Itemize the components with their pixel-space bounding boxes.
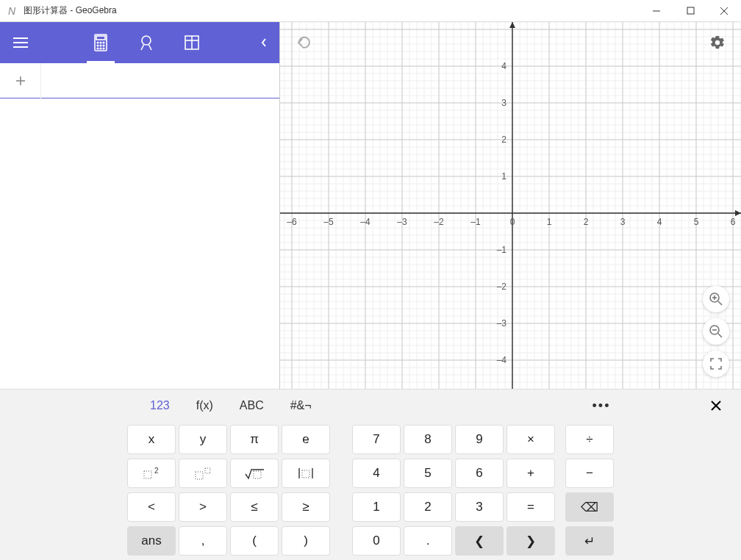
key-e[interactable]: e [282, 425, 330, 454]
keyboard-tabs: 123 f(x) ABC #&¬ ••• [0, 390, 741, 422]
svg-rect-196 [196, 472, 203, 479]
svg-point-12 [97, 45, 99, 46]
key-dot[interactable]: . [404, 526, 452, 556]
svg-rect-200 [302, 470, 309, 478]
svg-text:–4: –4 [497, 355, 507, 365]
tab-table[interactable] [176, 22, 207, 63]
key-square[interactable]: 2 [127, 459, 176, 488]
zoom-in-button[interactable] [703, 286, 729, 312]
svg-rect-1 [687, 7, 694, 14]
zoom-in-icon [709, 292, 723, 306]
key-le[interactable]: ≤ [230, 492, 279, 522]
close-icon [710, 400, 722, 412]
key-left[interactable]: ❮ [455, 526, 504, 556]
svg-line-186 [718, 301, 722, 305]
svg-rect-197 [205, 468, 210, 473]
power-icon [193, 467, 212, 480]
key-x[interactable]: x [127, 425, 176, 454]
key-4[interactable]: 4 [352, 459, 401, 488]
key-pi[interactable]: π [230, 425, 279, 454]
key-7[interactable]: 7 [352, 425, 401, 454]
fullscreen-button[interactable] [703, 351, 729, 377]
key-minus[interactable]: − [565, 459, 614, 488]
key-9[interactable]: 9 [455, 425, 504, 454]
zoom-controls [703, 286, 729, 377]
svg-text:–4: –4 [360, 217, 370, 227]
svg-rect-8 [96, 36, 105, 40]
key-right[interactable]: ❯ [506, 526, 555, 556]
key-lt[interactable]: < [127, 492, 176, 522]
key-power[interactable] [179, 459, 227, 488]
kbd-tab-fx[interactable]: f(x) [183, 390, 226, 422]
virtual-keyboard: 123 f(x) ABC #&¬ ••• x y π e 7 8 9 × ÷ 2 [0, 389, 741, 560]
tab-algebra[interactable] [85, 22, 116, 63]
key-3[interactable]: 3 [455, 492, 504, 522]
svg-text:5: 5 [694, 217, 699, 227]
add-input-button[interactable] [0, 63, 41, 98]
keyboard-keys: x y π e 7 8 9 × ÷ 2 4 5 6 + − < > ≤ [0, 422, 741, 560]
gear-icon [709, 35, 726, 51]
tools-icon [138, 35, 154, 51]
kbd-tab-symbols[interactable]: #&¬ [277, 390, 325, 422]
kbd-tab-abc[interactable]: ABC [226, 390, 277, 422]
graph-toolbar [280, 22, 741, 63]
close-button[interactable] [707, 0, 741, 22]
table-icon [185, 35, 199, 50]
keyboard-more-button[interactable]: ••• [588, 398, 615, 414]
coordinate-grid[interactable]: –6–5–4–3–2–10123456–4–3–2–11234 [280, 22, 741, 389]
key-abs[interactable] [282, 459, 330, 488]
key-rparen[interactable]: ) [282, 526, 330, 556]
minimize-button[interactable] [640, 0, 673, 22]
svg-text:0: 0 [510, 217, 515, 227]
key-0[interactable]: 0 [352, 526, 401, 556]
svg-text:3: 3 [620, 217, 626, 227]
key-lparen[interactable]: ( [230, 526, 279, 556]
svg-point-13 [100, 45, 101, 46]
svg-point-18 [142, 36, 151, 45]
app-icon: N [4, 4, 19, 18]
maximize-button[interactable] [673, 0, 707, 22]
key-enter[interactable]: ↵ [565, 526, 614, 556]
svg-point-16 [100, 48, 101, 49]
formula-input[interactable] [41, 63, 279, 98]
key-2[interactable]: 2 [404, 492, 452, 522]
menu-button[interactable] [0, 22, 41, 63]
graph-panel[interactable]: –6–5–4–3–2–10123456–4–3–2–11234 [280, 22, 741, 389]
key-sqrt[interactable] [230, 459, 279, 488]
svg-point-17 [103, 48, 104, 49]
svg-line-190 [718, 334, 722, 337]
key-gt[interactable]: > [179, 492, 227, 522]
key-6[interactable]: 6 [455, 459, 504, 488]
key-comma[interactable]: , [179, 526, 227, 556]
kbd-tab-123[interactable]: 123 [137, 390, 183, 422]
svg-point-9 [97, 42, 99, 43]
svg-point-11 [103, 42, 104, 43]
key-5[interactable]: 5 [404, 459, 452, 488]
key-ge[interactable]: ≥ [282, 492, 330, 522]
zoom-out-button[interactable] [703, 318, 729, 345]
key-plus[interactable]: + [506, 459, 555, 488]
settings-button[interactable] [704, 29, 731, 56]
key-8[interactable]: 8 [404, 425, 452, 454]
svg-text:4: 4 [657, 217, 662, 227]
key-times[interactable]: × [506, 425, 555, 454]
window-controls [640, 0, 741, 22]
window-title: 图形计算器 - GeoGebra [24, 4, 640, 17]
svg-text:3: 3 [501, 98, 506, 108]
key-divide[interactable]: ÷ [565, 425, 614, 454]
svg-text:2: 2 [501, 134, 506, 145]
undo-button[interactable] [290, 29, 317, 56]
main-area: –6–5–4–3–2–10123456–4–3–2–11234 [0, 22, 741, 389]
keyboard-close-button[interactable] [703, 400, 729, 412]
key-equals[interactable]: = [506, 492, 555, 522]
svg-rect-194 [144, 471, 151, 478]
key-1[interactable]: 1 [352, 492, 401, 522]
key-backspace[interactable]: ⌫ [565, 492, 614, 522]
svg-point-10 [100, 42, 101, 43]
key-y[interactable]: y [179, 425, 227, 454]
calculator-icon [93, 34, 108, 51]
collapse-panel-button[interactable] [248, 22, 279, 63]
key-ans[interactable]: ans [127, 526, 176, 556]
svg-rect-198 [254, 471, 261, 478]
tab-tools[interactable] [131, 22, 162, 63]
